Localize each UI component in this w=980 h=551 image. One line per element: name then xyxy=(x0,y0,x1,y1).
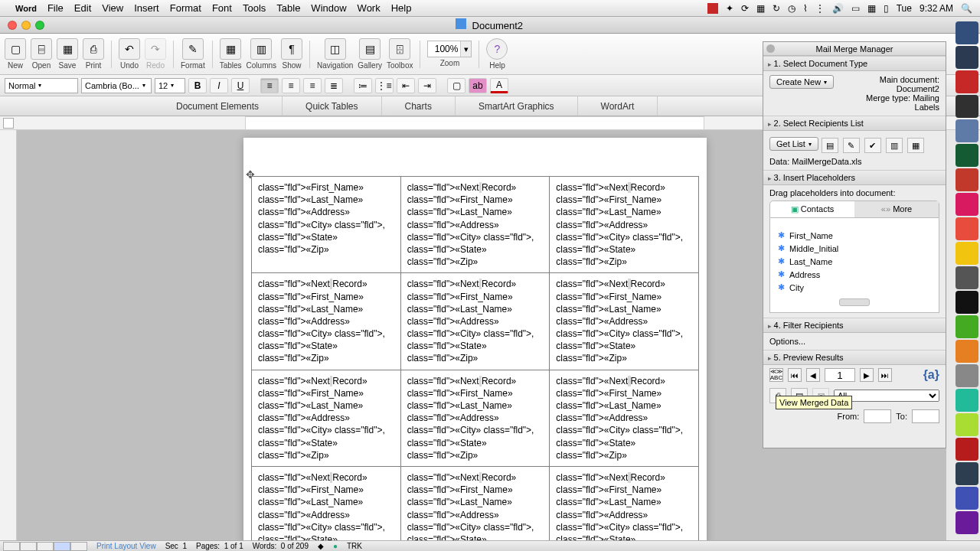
new-button[interactable]: ▢New xyxy=(5,38,26,70)
placeholder-address[interactable]: Address xyxy=(775,268,934,281)
columns-button[interactable]: ▥Columns xyxy=(247,38,276,70)
style-select[interactable]: Normal▾ xyxy=(5,78,78,93)
next-record-button[interactable]: ▶ xyxy=(860,368,874,382)
label-cell[interactable]: class="fld">«Next Record» class="fld">«F… xyxy=(550,466,699,540)
placeholder-last_name[interactable]: Last_Name xyxy=(775,255,934,268)
placeholder-city[interactable]: City xyxy=(775,281,934,294)
rec-icon[interactable] xyxy=(707,3,718,14)
tables-button[interactable]: ▦Tables xyxy=(220,38,242,70)
document-page[interactable]: ✥ class="fld">«First_Name» class="fld">«… xyxy=(243,138,707,540)
dock-app-10[interactable] xyxy=(956,266,978,289)
menu-view[interactable]: View xyxy=(102,2,123,14)
screenflow-icon[interactable]: ⟳ xyxy=(741,3,749,14)
app-name[interactable]: Word xyxy=(15,4,37,13)
last-record-button[interactable]: ⏭ xyxy=(878,368,892,382)
spell-check-icon[interactable]: ◆ xyxy=(318,542,324,550)
options-link[interactable]: Options... xyxy=(763,333,946,350)
outline-view-button[interactable] xyxy=(20,542,37,551)
menu-tools[interactable]: Tools xyxy=(243,2,266,14)
tab-wordart[interactable]: WordArt xyxy=(578,96,658,116)
zoom-input[interactable] xyxy=(428,44,460,54)
close-button[interactable] xyxy=(8,21,17,30)
menu-insert[interactable]: Insert xyxy=(134,2,159,14)
dock-app-6[interactable] xyxy=(956,168,978,191)
mmm-close-button[interactable] xyxy=(766,44,775,53)
menu-work[interactable]: Work xyxy=(358,2,381,14)
font-color-button[interactable]: A xyxy=(490,78,508,93)
open-data-source-icon[interactable]: ▤ xyxy=(822,138,838,153)
edit-data-source-icon[interactable]: ✎ xyxy=(843,138,860,153)
view-merged-data-button[interactable]: ≪≫ABC xyxy=(769,368,783,382)
evernote-icon[interactable]: ✦ xyxy=(726,3,733,14)
align-justify-button[interactable]: ≣ xyxy=(325,78,343,93)
prev-record-button[interactable]: ◀ xyxy=(806,368,820,382)
redo-button[interactable]: ↷Redo xyxy=(145,38,166,70)
dock-app-19[interactable] xyxy=(956,487,978,510)
gallery-button[interactable]: ▤Gallery xyxy=(358,38,382,70)
dock-app-9[interactable] xyxy=(956,242,978,265)
italic-button[interactable]: I xyxy=(210,78,228,93)
record-number-input[interactable] xyxy=(825,368,855,382)
dock-app-7[interactable] xyxy=(956,193,978,216)
label-cell[interactable]: class="fld">«Next Record» class="fld">«F… xyxy=(400,177,550,273)
zoom-dropdown[interactable]: ▾ xyxy=(460,41,471,57)
menu-font[interactable]: Font xyxy=(212,2,232,14)
menu-edit[interactable]: Edit xyxy=(74,2,91,14)
numbering-button[interactable]: ≔ xyxy=(354,78,372,93)
trk-label[interactable]: TRK xyxy=(347,542,362,550)
minimize-button[interactable] xyxy=(21,21,31,30)
dock-app-17[interactable] xyxy=(956,438,978,461)
font-select[interactable]: Cambria (Bo...▾ xyxy=(81,78,152,93)
placeholder-middle_initial[interactable]: Middle_Initial xyxy=(775,242,934,255)
border-button[interactable]: ▢ xyxy=(447,78,466,93)
tab-document-elements[interactable]: Document Elements xyxy=(153,96,283,116)
field-codes-button[interactable]: {a} xyxy=(923,368,939,382)
bluetooth-icon[interactable]: ⌇ xyxy=(803,3,808,14)
spell-ok-icon[interactable]: ● xyxy=(333,542,338,550)
show-button[interactable]: ¶Show xyxy=(281,38,302,70)
format-button[interactable]: ✎Format xyxy=(181,38,205,70)
notebook-view-button[interactable] xyxy=(70,542,87,551)
tab-contacts[interactable]: ▣ Contacts xyxy=(770,201,854,217)
align-center-button[interactable]: ≡ xyxy=(282,78,300,93)
publishing-view-button[interactable] xyxy=(37,542,54,551)
menu-help[interactable]: Help xyxy=(391,2,412,14)
tab-selector[interactable] xyxy=(3,118,14,129)
print-button[interactable]: ⎙Print xyxy=(83,38,104,70)
label-cell[interactable]: class="fld">«Next Record» class="fld">«F… xyxy=(252,466,401,540)
label-cell[interactable]: class="fld">«Next Record» class="fld">«F… xyxy=(252,370,401,466)
dock-app-12[interactable] xyxy=(956,315,978,338)
zoom-button[interactable] xyxy=(35,21,44,30)
size-select[interactable]: 12▾ xyxy=(155,78,185,93)
dock-app-5[interactable] xyxy=(956,144,978,167)
menu-table[interactable]: Table xyxy=(276,2,300,14)
dock-app-18[interactable] xyxy=(956,462,978,485)
undo-button[interactable]: ↶Undo xyxy=(119,38,140,70)
label-cell[interactable]: class="fld">«Next Record» class="fld">«F… xyxy=(400,370,550,466)
dock-app-11[interactable] xyxy=(956,291,978,314)
navigation-button[interactable]: ◫Navigation xyxy=(317,38,353,70)
spotlight-icon[interactable]: 🔍 xyxy=(961,3,972,14)
sync-icon[interactable]: ↻ xyxy=(773,3,780,14)
print-layout-view-button[interactable] xyxy=(54,542,70,551)
create-new-button[interactable]: Create New ▾ xyxy=(769,75,834,89)
underline-button[interactable]: U xyxy=(231,78,250,93)
help-button[interactable]: ?Help xyxy=(486,38,508,70)
fill-in-icon[interactable]: ▦ xyxy=(907,138,924,153)
menu-format[interactable]: Format xyxy=(170,2,201,14)
dock-app-2[interactable] xyxy=(956,70,978,93)
tab-quick-tables[interactable]: Quick Tables xyxy=(283,96,381,116)
mmm-step-5[interactable]: 5. Preview Results xyxy=(763,350,946,365)
align-right-button[interactable]: ≡ xyxy=(303,78,322,93)
app1-icon[interactable]: ▦ xyxy=(756,3,765,14)
find-record-icon[interactable]: ✔︎ xyxy=(864,138,881,153)
label-cell[interactable]: class="fld">«Next Record» class="fld">«F… xyxy=(400,466,550,540)
get-list-button[interactable]: Get List ▾ xyxy=(769,137,818,151)
dock-app-14[interactable] xyxy=(956,364,978,387)
open-button[interactable]: ⌸Open xyxy=(31,38,52,70)
menu-window[interactable]: Window xyxy=(311,2,346,14)
dock-app-13[interactable] xyxy=(956,340,978,363)
volume-icon[interactable]: 🔊 xyxy=(832,3,844,14)
label-cell[interactable]: class="fld">«Next Record» class="fld">«F… xyxy=(550,273,699,370)
flag-icon[interactable]: ▯ xyxy=(884,3,889,14)
